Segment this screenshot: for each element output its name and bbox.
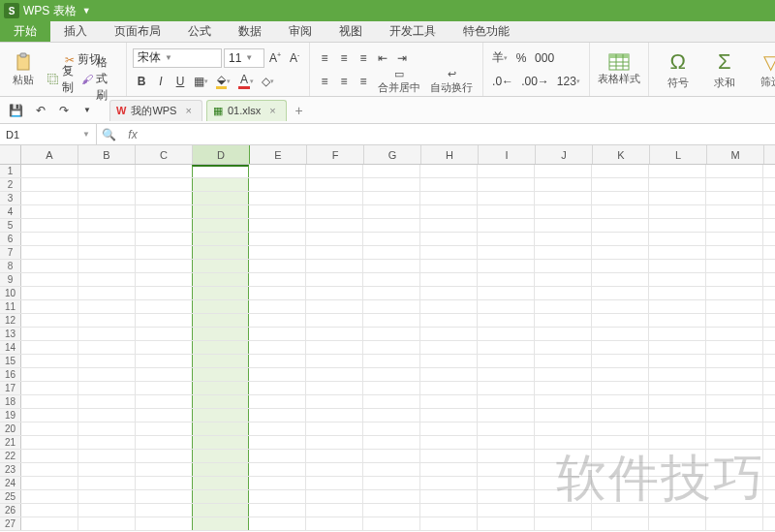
- cell-B24[interactable]: [78, 477, 136, 489]
- cell-A26[interactable]: [21, 504, 78, 516]
- cell-F13[interactable]: [306, 328, 363, 340]
- cell-G8[interactable]: [363, 260, 420, 272]
- cell-D1[interactable]: [192, 165, 249, 177]
- cell-L16[interactable]: [649, 368, 706, 381]
- cell-A19[interactable]: [21, 409, 78, 422]
- cell-I24[interactable]: [478, 477, 535, 489]
- cell-G7[interactable]: [363, 246, 420, 259]
- cell-E20[interactable]: [249, 422, 306, 435]
- cell-C27[interactable]: [136, 517, 193, 530]
- cell-A16[interactable]: [21, 368, 78, 381]
- cell-G14[interactable]: [363, 341, 420, 354]
- cell-E1[interactable]: [249, 165, 306, 177]
- fill-color-button[interactable]: ⬙▾: [213, 72, 233, 91]
- cell-F10[interactable]: [306, 287, 363, 299]
- cell-J9[interactable]: [535, 273, 592, 286]
- cell-I6[interactable]: [478, 233, 535, 245]
- cell-I27[interactable]: [478, 517, 535, 530]
- cell-C11[interactable]: [136, 300, 193, 313]
- cell-K5[interactable]: [592, 219, 649, 232]
- cell-E18[interactable]: [249, 395, 306, 408]
- cell-C14[interactable]: [136, 341, 193, 354]
- cell-D9[interactable]: [192, 273, 249, 286]
- cell-D13[interactable]: [192, 328, 249, 340]
- cell-G24[interactable]: [363, 477, 420, 489]
- cell-L2[interactable]: [649, 178, 706, 191]
- cell-L20[interactable]: [649, 422, 706, 435]
- cell-K24[interactable]: [592, 477, 649, 489]
- filter-button[interactable]: ▽ 筛选: [748, 50, 775, 89]
- cell-H5[interactable]: [420, 219, 478, 232]
- cell-E22[interactable]: [249, 450, 306, 462]
- close-icon[interactable]: ×: [269, 105, 275, 116]
- cell-M5[interactable]: [706, 219, 763, 232]
- cell-E6[interactable]: [249, 233, 306, 245]
- cell-D16[interactable]: [192, 368, 249, 381]
- cell-M3[interactable]: [706, 192, 763, 204]
- cell-H27[interactable]: [420, 517, 478, 530]
- cell-M25[interactable]: [706, 490, 763, 503]
- cell-D11[interactable]: [192, 300, 249, 313]
- cell-G12[interactable]: [363, 314, 420, 327]
- cell-E5[interactable]: [249, 219, 306, 232]
- cell-B25[interactable]: [78, 490, 136, 503]
- cell-D23[interactable]: [192, 463, 249, 476]
- cell-H13[interactable]: [420, 328, 478, 340]
- cell-F7[interactable]: [306, 246, 363, 259]
- cell-E23[interactable]: [249, 463, 306, 476]
- row-header-15[interactable]: 15: [0, 355, 21, 367]
- cell-E21[interactable]: [249, 436, 306, 449]
- file-tab-01[interactable]: ▦ 01.xlsx ×: [206, 100, 287, 121]
- cell-M12[interactable]: [706, 314, 763, 327]
- cell-H6[interactable]: [420, 233, 478, 245]
- cell-A2[interactable]: [21, 178, 78, 191]
- cell-G9[interactable]: [363, 273, 420, 286]
- cell-L22[interactable]: [649, 450, 706, 462]
- cell-E8[interactable]: [249, 260, 306, 272]
- cell-I5[interactable]: [478, 219, 535, 232]
- cell-L8[interactable]: [649, 260, 706, 272]
- row-header-4[interactable]: 4: [0, 205, 21, 218]
- cell-D12[interactable]: [192, 314, 249, 327]
- cell-M27[interactable]: [706, 517, 763, 530]
- cell-E25[interactable]: [249, 490, 306, 503]
- cell-L9[interactable]: [649, 273, 706, 286]
- cell-L17[interactable]: [649, 382, 706, 394]
- cell-L15[interactable]: [649, 355, 706, 367]
- tab-data[interactable]: 数据: [225, 21, 275, 42]
- row-header-25[interactable]: 25: [0, 490, 21, 503]
- cell-J19[interactable]: [535, 409, 592, 422]
- cell-A22[interactable]: [21, 450, 78, 462]
- cell-C4[interactable]: [136, 205, 193, 218]
- cell-G6[interactable]: [363, 233, 420, 245]
- cell-H1[interactable]: [420, 165, 478, 177]
- shrink-font-button[interactable]: A-: [286, 48, 303, 68]
- cell-J14[interactable]: [535, 341, 592, 354]
- cell-G15[interactable]: [363, 355, 420, 367]
- cell-E27[interactable]: [249, 517, 306, 530]
- cell-H12[interactable]: [420, 314, 478, 327]
- cell-H4[interactable]: [420, 205, 478, 218]
- cell-M9[interactable]: [706, 273, 763, 286]
- cell-M16[interactable]: [706, 368, 763, 381]
- fx-button[interactable]: fx: [120, 128, 143, 141]
- cell-D5[interactable]: [192, 219, 249, 232]
- cell-K4[interactable]: [592, 205, 649, 218]
- cell-A21[interactable]: [21, 436, 78, 449]
- cell-C6[interactable]: [136, 233, 193, 245]
- border-button[interactable]: ▦▾: [191, 72, 211, 91]
- cell-L5[interactable]: [649, 219, 706, 232]
- cell-F21[interactable]: [306, 436, 363, 449]
- font-color-button[interactable]: A▾: [235, 72, 257, 91]
- cell-E13[interactable]: [249, 328, 306, 340]
- cell-M17[interactable]: [706, 382, 763, 394]
- cell-H10[interactable]: [420, 287, 478, 299]
- cell-E4[interactable]: [249, 205, 306, 218]
- cell-H24[interactable]: [420, 477, 478, 489]
- cell-J2[interactable]: [535, 178, 592, 191]
- cell-J16[interactable]: [535, 368, 592, 381]
- cell-C10[interactable]: [136, 287, 193, 299]
- cell-A25[interactable]: [21, 490, 78, 503]
- cell-A15[interactable]: [21, 355, 78, 367]
- cell-G3[interactable]: [363, 192, 420, 204]
